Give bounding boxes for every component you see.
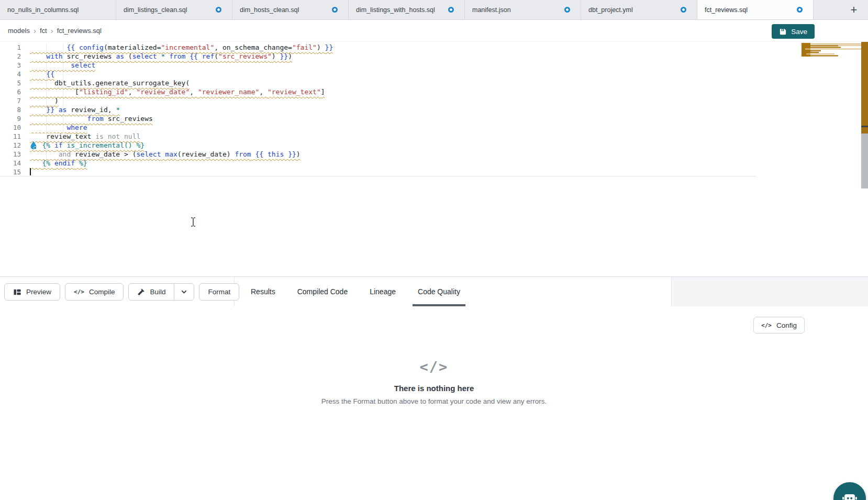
- file-tab-bar: no_nulls_in_columns.sqldim_listings_clea…: [0, 0, 868, 20]
- dbt-droplet-gutter-icon[interactable]: [30, 141, 37, 150]
- toolbar-right-zone: [671, 277, 868, 306]
- unsaved-changes-dot-icon: [216, 7, 221, 13]
- file-tab-manifest-json[interactable]: manifest.json: [465, 0, 581, 19]
- hammer-icon: [137, 288, 145, 296]
- compile-button[interactable]: </> Compile: [65, 283, 124, 301]
- code-brackets-icon: </>: [0, 359, 868, 375]
- line-number: 5: [0, 79, 21, 87]
- code-line-7[interactable]: 7 ): [0, 96, 756, 105]
- table-icon: [13, 288, 21, 296]
- code-line-text: }} as review_id, *: [30, 105, 120, 114]
- line-number: 15: [0, 168, 21, 176]
- breadcrumb-item-models[interactable]: models: [8, 27, 30, 35]
- minimap[interactable]: [802, 43, 862, 59]
- code-line-9[interactable]: 9 from src_reviews: [0, 114, 756, 123]
- file-tab-label: dim_listings_clean.sql: [124, 6, 212, 14]
- code-lines: 1 {{ config(materialized="incremental", …: [0, 43, 756, 176]
- text-cursor-pointer: [190, 217, 197, 227]
- scrollbar-warning-marks: [861, 42, 868, 134]
- line-number: 2: [0, 52, 21, 61]
- chevron-down-icon: [181, 288, 187, 295]
- unsaved-changes-dot-icon: [332, 7, 338, 13]
- save-button[interactable]: Save: [772, 24, 815, 39]
- line-number: 11: [0, 132, 21, 141]
- code-line-text: {{ config(materialized="incremental", on…: [30, 43, 333, 52]
- code-line-6[interactable]: 6 ["listing_id", "review_date", "reviewe…: [0, 87, 756, 96]
- code-line-8[interactable]: 8 }} as review_id, *: [0, 105, 756, 114]
- save-button-label: Save: [791, 28, 807, 36]
- code-line-14[interactable]: 14 {% endif %}: [0, 159, 756, 168]
- line-number: 7: [0, 96, 21, 105]
- tab-results[interactable]: Results: [240, 277, 286, 306]
- line-number: 1: [0, 43, 21, 52]
- file-tab-label: dim_listings_with_hosts.sql: [356, 6, 444, 14]
- dbt-ide-window: no_nulls_in_columns.sqldim_listings_clea…: [0, 0, 868, 500]
- code-line-text: from src_reviews: [30, 114, 153, 123]
- preview-button[interactable]: Preview: [4, 283, 60, 301]
- code-line-13[interactable]: 13 and review_date > (select max(review_…: [0, 150, 756, 159]
- code-line-4[interactable]: 4 {{: [0, 70, 756, 79]
- code-line-text: and review_date > (select max(review_dat…: [30, 150, 301, 159]
- file-tab-dim-hosts-clean-sql[interactable]: dim_hosts_clean.sql: [232, 0, 349, 19]
- unsaved-changes-dot-icon: [448, 7, 454, 13]
- file-tab-label: manifest.json: [472, 6, 560, 14]
- line-number: 8: [0, 105, 21, 114]
- file-tab-fct-reviews-sql[interactable]: fct_reviews.sql: [697, 0, 814, 19]
- code-line-1[interactable]: 1 {{ config(materialized="incremental", …: [0, 43, 756, 52]
- code-line-text: ["listing_id", "review_date", "reviewer_…: [30, 87, 325, 96]
- code-line-10[interactable]: 10 where: [0, 123, 756, 132]
- breadcrumb-item-fct[interactable]: fct: [40, 27, 47, 35]
- breadcrumb-item-fct-reviews-sql[interactable]: fct_reviews.sql: [57, 27, 102, 35]
- code-line-text: {% endif %}: [30, 159, 87, 168]
- build-split-button: Build: [128, 283, 194, 301]
- tab-lineage[interactable]: Lineage: [359, 277, 407, 306]
- code-line-2[interactable]: 2 with src_reviews as (select * from {{ …: [0, 52, 756, 61]
- code-quality-panel: </> Config </> There is nothing here Pre…: [0, 306, 868, 500]
- config-button[interactable]: </> Config: [753, 317, 805, 334]
- format-button-label: Format: [208, 288, 230, 296]
- unsaved-changes-dot-icon: [797, 7, 803, 13]
- code-line-5[interactable]: 5 dbt_utils.generate_surrogate_key(: [0, 79, 756, 87]
- new-tab-button[interactable]: +: [846, 2, 862, 18]
- line-number: 10: [0, 123, 21, 132]
- panel-tabs: ResultsCompiled CodeLineageCode Quality: [240, 277, 471, 306]
- line-number: 14: [0, 159, 21, 168]
- config-button-label: Config: [776, 321, 797, 329]
- breadcrumb-separator-icon: ›: [51, 26, 53, 35]
- scrollbar-position-tick: [861, 126, 868, 127]
- empty-state-title: There is nothing here: [0, 384, 868, 393]
- build-button-label: Build: [150, 288, 165, 296]
- preview-button-label: Preview: [26, 288, 51, 296]
- format-button[interactable]: Format: [199, 283, 239, 301]
- unsaved-changes-dot-icon: [681, 7, 686, 13]
- line-number: 9: [0, 114, 21, 123]
- code-line-text: select: [30, 61, 95, 70]
- tab-code-quality[interactable]: Code Quality: [407, 277, 471, 306]
- code-line-11[interactable]: 11 review_text is not null: [0, 132, 756, 141]
- file-tab-dim-listings-clean-sql[interactable]: dim_listings_clean.sql: [116, 0, 232, 19]
- empty-state: </> There is nothing here Press the Form…: [0, 359, 868, 405]
- code-line-text: review_text is not null: [30, 132, 140, 141]
- code-line-text: {% if is_incremental() %}: [30, 141, 144, 150]
- file-tab-dim-listings-with-hosts-sql[interactable]: dim_listings_with_hosts.sql: [349, 0, 465, 19]
- code-line-text: with src_reviews as (select * from {{ re…: [30, 52, 292, 61]
- chatbot-icon: [841, 490, 858, 500]
- code-line-text: ): [30, 96, 59, 105]
- line-number: 6: [0, 87, 21, 96]
- file-tab-label: no_nulls_in_columns.sql: [7, 6, 105, 14]
- code-brackets-icon: </>: [74, 288, 84, 295]
- file-tab-label: dbt_project.yml: [588, 6, 676, 14]
- build-button[interactable]: Build: [129, 284, 174, 300]
- code-line-15[interactable]: 15: [0, 168, 756, 176]
- file-tab-dbt-project-yml[interactable]: dbt_project.yml: [581, 0, 697, 19]
- code-line-text: dbt_utils.generate_surrogate_key(: [30, 79, 190, 87]
- code-line-12[interactable]: 12 {% if is_incremental() %}: [0, 141, 756, 150]
- empty-state-subtitle: Press the Format button above to format …: [0, 397, 868, 405]
- build-dropdown-button[interactable]: [174, 284, 194, 300]
- tab-compiled-code[interactable]: Compiled Code: [286, 277, 359, 306]
- code-editor[interactable]: 1 {{ config(materialized="incremental", …: [0, 42, 868, 276]
- breadcrumb-separator-icon: ›: [34, 26, 36, 35]
- code-line-3[interactable]: 3 select: [0, 61, 756, 70]
- line-number: 3: [0, 61, 21, 70]
- file-tab-no-nulls-in-columns-sql[interactable]: no_nulls_in_columns.sql: [0, 0, 116, 19]
